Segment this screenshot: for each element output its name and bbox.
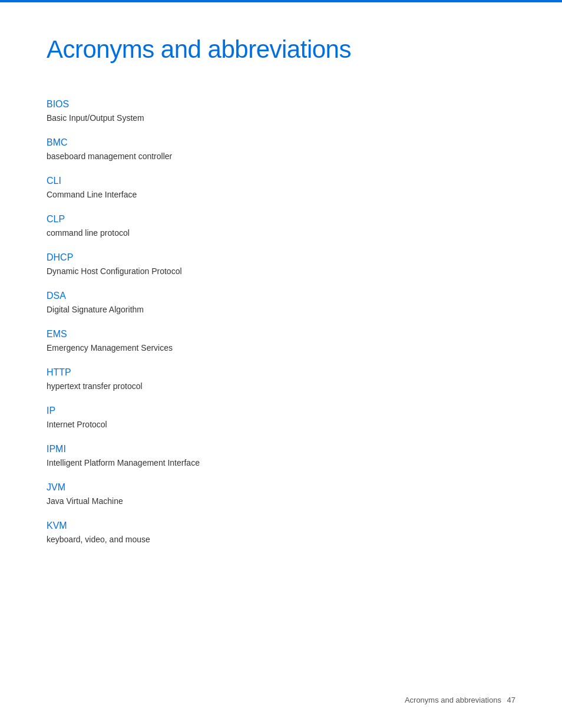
acronym-entry: DSADigital Signature Algorithm — [47, 291, 515, 316]
acronym-entry: BMCbaseboard management controller — [47, 137, 515, 163]
acronym-entry: HTTPhypertext transfer protocol — [47, 367, 515, 393]
acronym-term: HTTP — [47, 367, 515, 378]
acronym-definition: hypertext transfer protocol — [47, 380, 515, 393]
acronym-term: KVM — [47, 521, 515, 531]
top-border-decoration — [0, 0, 562, 2]
acronym-definition: Basic Input/Output System — [47, 112, 515, 124]
footer-label: Acronyms and abbreviations — [405, 696, 501, 704]
acronym-definition: keyboard, video, and mouse — [47, 533, 515, 546]
acronym-entry: CLICommand Line Interface — [47, 176, 515, 201]
acronym-definition: Intelligent Platform Management Interfac… — [47, 457, 515, 469]
acronym-term: CLI — [47, 176, 515, 186]
acronym-term: BIOS — [47, 99, 515, 110]
acronym-entry: BIOSBasic Input/Output System — [47, 99, 515, 124]
acronym-definition: Digital Signature Algorithm — [47, 304, 515, 316]
acronym-term: IP — [47, 406, 515, 416]
acronym-term: IPMI — [47, 444, 515, 454]
footer-page-number: 47 — [507, 696, 515, 704]
page-container: Acronyms and abbreviations BIOSBasic Inp… — [0, 0, 562, 728]
acronym-definition: Emergency Management Services — [47, 342, 515, 354]
acronym-definition: command line protocol — [47, 227, 515, 239]
acronym-term: DSA — [47, 291, 515, 301]
acronym-term: EMS — [47, 329, 515, 340]
acronym-entry: IPMIIntelligent Platform Management Inte… — [47, 444, 515, 469]
acronym-list: BIOSBasic Input/Output SystemBMCbaseboar… — [47, 99, 515, 546]
acronym-definition: Dynamic Host Configuration Protocol — [47, 265, 515, 278]
page-title: Acronyms and abbreviations — [47, 35, 515, 70]
acronym-entry: JVMJava Virtual Machine — [47, 482, 515, 508]
acronym-definition: Command Line Interface — [47, 189, 515, 201]
acronym-entry: DHCPDynamic Host Configuration Protocol — [47, 252, 515, 278]
acronym-term: JVM — [47, 482, 515, 493]
acronym-term: BMC — [47, 137, 515, 148]
acronym-definition: Java Virtual Machine — [47, 495, 515, 508]
acronym-entry: IPInternet Protocol — [47, 406, 515, 431]
acronym-definition: baseboard management controller — [47, 150, 515, 163]
acronym-term: DHCP — [47, 252, 515, 263]
page-footer: Acronyms and abbreviations 47 — [405, 696, 515, 704]
acronym-entry: CLPcommand line protocol — [47, 214, 515, 239]
acronym-entry: EMSEmergency Management Services — [47, 329, 515, 354]
acronym-term: CLP — [47, 214, 515, 225]
acronym-definition: Internet Protocol — [47, 419, 515, 431]
acronym-entry: KVMkeyboard, video, and mouse — [47, 521, 515, 546]
